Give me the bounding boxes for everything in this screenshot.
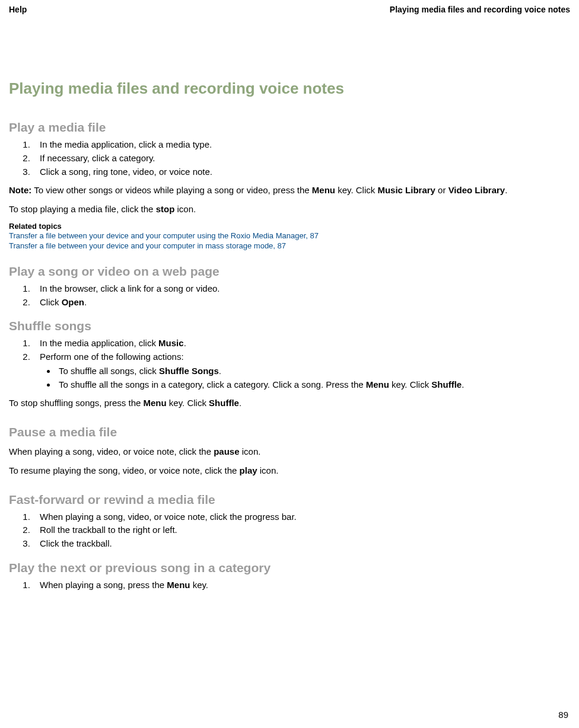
step-text: Click (40, 297, 62, 307)
related-link-roxio[interactable]: Transfer a file between your device and … (9, 231, 570, 241)
note-text: . (505, 185, 507, 195)
step-text: . (184, 338, 186, 348)
main-title: Playing media files and recording voice … (9, 79, 570, 98)
stop-shuffle-paragraph: To stop shuffling songs, press the Menu … (9, 397, 570, 410)
next-prev-steps: When playing a song, press the Menu key. (9, 579, 570, 592)
stop-shuffle-text: key. Click (167, 398, 209, 408)
shuffle-songs-word: Shuffle Songs (159, 366, 219, 376)
section-pause: Pause a media file (9, 425, 570, 439)
note-text: or (435, 185, 448, 195)
header-right: Playing media files and recording voice … (390, 5, 570, 14)
step-text: When playing a song, press the (40, 580, 167, 590)
stop-shuffle-text: To stop shuffling songs, press the (9, 398, 144, 408)
ff-rewind-steps: When playing a song, video, or voice not… (9, 510, 570, 550)
note-text: key. Click (335, 185, 377, 195)
shuffle-word: Shuffle (209, 398, 239, 408)
list-item: In the media application, click Music. (33, 337, 570, 350)
bullet-text: To shuffle all the songs in a category, … (59, 379, 366, 389)
menu-key: Menu (312, 185, 335, 195)
resume-paragraph: To resume playing the song, video, or vo… (9, 464, 570, 477)
list-item: Click a song, ring tone, video, or voice… (33, 165, 570, 178)
play-media-steps: In the media application, click a media … (9, 138, 570, 178)
header-left: Help (9, 5, 27, 14)
list-item: When playing a song, video, or voice not… (33, 510, 570, 523)
shuffle-sublist: To shuffle all songs, click Shuffle Song… (40, 365, 570, 391)
menu-key: Menu (144, 398, 167, 408)
bullet-text: . (462, 379, 464, 389)
shuffle-word: Shuffle (431, 379, 462, 389)
pause-text: When playing a song, video, or voice not… (9, 446, 214, 456)
section-play-media-file: Play a media file (9, 120, 570, 135)
resume-text: icon. (257, 465, 279, 475)
section-ff-rewind: Fast-forward or rewind a media file (9, 493, 570, 507)
stop-text: icon. (174, 204, 196, 214)
stop-text: To stop playing a media file, click the (9, 204, 156, 214)
list-item: Perform one of the following actions: To… (33, 350, 570, 391)
note-text: To view other songs or videos while play… (31, 185, 312, 195)
list-item: When playing a song, press the Menu key. (33, 579, 570, 592)
pause-paragraph: When playing a song, video, or voice not… (9, 445, 570, 458)
step-text: In the media application, click (40, 338, 158, 348)
page-header: Help Playing media files and recording v… (9, 5, 570, 14)
stop-shuffle-text: . (239, 398, 241, 408)
list-item: Click Open. (33, 296, 570, 309)
resume-text: To resume playing the song, video, or vo… (9, 465, 240, 475)
music-word: Music (158, 338, 184, 348)
related-topics-label: Related topics (9, 222, 570, 231)
step-text: Perform one of the following actions: (40, 352, 184, 362)
note-label: Note: (9, 185, 31, 195)
bullet-text: To shuffle all songs, click (59, 366, 159, 376)
step-text: key. (190, 580, 208, 590)
list-item: To shuffle all the songs in a category, … (56, 378, 570, 391)
list-item: In the browser, click a link for a song … (33, 282, 570, 295)
list-item: Click the trackball. (33, 537, 570, 550)
music-library: Music Library (377, 185, 435, 195)
list-item: Roll the trackball to the right or left. (33, 523, 570, 537)
open-word: Open (62, 297, 84, 307)
step-text: . (84, 297, 87, 307)
shuffle-steps: In the media application, click Music. P… (9, 337, 570, 391)
stop-paragraph: To stop playing a media file, click the … (9, 203, 570, 216)
section-shuffle: Shuffle songs (9, 319, 570, 333)
page-number: 89 (558, 710, 568, 720)
list-item: If necessary, click a category. (33, 152, 570, 165)
pause-text: icon. (240, 446, 261, 456)
note-paragraph: Note: To view other songs or videos whil… (9, 184, 570, 197)
pause-word: pause (214, 446, 239, 456)
section-play-web: Play a song or video on a web page (9, 264, 570, 279)
stop-icon-word: stop (156, 204, 175, 214)
play-word: play (240, 465, 257, 475)
section-next-prev: Play the next or previous song in a cate… (9, 561, 570, 575)
bullet-text: key. Click (389, 379, 431, 389)
bullet-text: . (219, 366, 221, 376)
menu-key: Menu (366, 379, 389, 389)
menu-key: Menu (167, 580, 190, 590)
list-item: In the media application, click a media … (33, 138, 570, 151)
video-library: Video Library (448, 185, 505, 195)
related-link-mass-storage[interactable]: Transfer a file between your device and … (9, 241, 570, 251)
page-container: Help Playing media files and recording v… (0, 0, 579, 728)
list-item: To shuffle all songs, click Shuffle Song… (56, 365, 570, 378)
play-web-steps: In the browser, click a link for a song … (9, 282, 570, 309)
